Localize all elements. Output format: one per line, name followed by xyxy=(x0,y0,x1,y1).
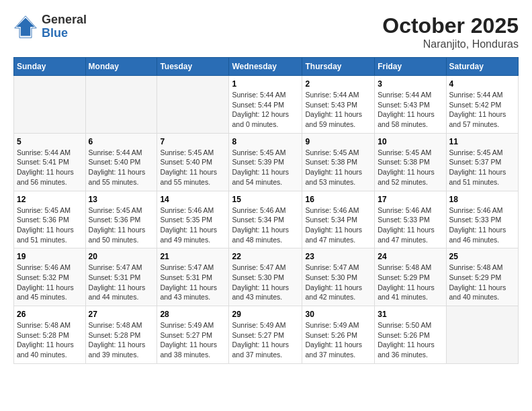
logo-icon xyxy=(13,15,38,39)
calendar-header-row: SundayMondayTuesdayWednesdayThursdayFrid… xyxy=(14,58,519,76)
calendar-cell: 6 Sunrise: 5:44 AMSunset: 5:40 PMDayligh… xyxy=(85,133,157,191)
day-info: Sunrise: 5:45 AMSunset: 5:38 PMDaylight:… xyxy=(305,148,371,187)
day-info: Sunrise: 5:48 AMSunset: 5:28 PMDaylight:… xyxy=(17,320,83,360)
calendar-week-4: 19 Sunrise: 5:46 AMSunset: 5:32 PMDaylig… xyxy=(14,248,519,306)
calendar-cell: 17 Sunrise: 5:46 AMSunset: 5:33 PMDaylig… xyxy=(375,191,446,248)
calendar-cell: 27 Sunrise: 5:48 AMSunset: 5:28 PMDaylig… xyxy=(85,306,157,364)
day-info: Sunrise: 5:49 AMSunset: 5:27 PMDaylight:… xyxy=(160,320,226,360)
calendar-cell: 23 Sunrise: 5:47 AMSunset: 5:30 PMDaylig… xyxy=(302,248,375,306)
header-day-wednesday: Wednesday xyxy=(229,58,302,76)
header-day-sunday: Sunday xyxy=(14,58,86,76)
day-info: Sunrise: 5:50 AMSunset: 5:26 PMDaylight:… xyxy=(378,320,443,360)
day-number: 1 xyxy=(232,79,299,89)
day-info: Sunrise: 5:44 AMSunset: 5:40 PMDaylight:… xyxy=(89,148,154,187)
day-number: 25 xyxy=(449,252,515,261)
calendar-cell: 16 Sunrise: 5:46 AMSunset: 5:34 PMDaylig… xyxy=(302,191,375,248)
day-info: Sunrise: 5:45 AMSunset: 5:38 PMDaylight:… xyxy=(378,148,443,187)
calendar-cell: 19 Sunrise: 5:46 AMSunset: 5:32 PMDaylig… xyxy=(14,248,86,306)
day-number: 5 xyxy=(17,137,83,146)
calendar-week-5: 26 Sunrise: 5:48 AMSunset: 5:28 PMDaylig… xyxy=(14,306,519,364)
title-block: October 2025 Naranjito, Honduras xyxy=(382,13,519,50)
day-number: 10 xyxy=(378,137,443,146)
location: Naranjito, Honduras xyxy=(382,38,519,50)
day-number: 21 xyxy=(160,252,226,261)
day-info: Sunrise: 5:45 AMSunset: 5:37 PMDaylight:… xyxy=(449,148,515,187)
day-number: 23 xyxy=(305,252,371,261)
day-info: Sunrise: 5:47 AMSunset: 5:31 PMDaylight:… xyxy=(160,263,226,302)
day-info: Sunrise: 5:46 AMSunset: 5:34 PMDaylight:… xyxy=(305,205,371,245)
day-number: 19 xyxy=(17,252,83,261)
calendar-cell: 20 Sunrise: 5:47 AMSunset: 5:31 PMDaylig… xyxy=(85,248,157,306)
calendar-cell: 4 Sunrise: 5:44 AMSunset: 5:42 PMDayligh… xyxy=(446,76,518,134)
calendar-cell: 24 Sunrise: 5:48 AMSunset: 5:29 PMDaylig… xyxy=(375,248,446,306)
day-info: Sunrise: 5:45 AMSunset: 5:40 PMDaylight:… xyxy=(160,148,226,187)
day-number: 3 xyxy=(378,79,443,89)
calendar-cell: 2 Sunrise: 5:44 AMSunset: 5:43 PMDayligh… xyxy=(302,76,375,134)
day-number: 26 xyxy=(17,310,83,319)
calendar-cell: 28 Sunrise: 5:49 AMSunset: 5:27 PMDaylig… xyxy=(157,306,229,364)
day-info: Sunrise: 5:49 AMSunset: 5:27 PMDaylight:… xyxy=(232,320,299,360)
day-info: Sunrise: 5:46 AMSunset: 5:35 PMDaylight:… xyxy=(160,205,226,245)
calendar-cell: 11 Sunrise: 5:45 AMSunset: 5:37 PMDaylig… xyxy=(446,133,518,191)
day-number: 14 xyxy=(160,195,226,204)
calendar-cell: 30 Sunrise: 5:49 AMSunset: 5:26 PMDaylig… xyxy=(302,306,375,364)
calendar-cell: 10 Sunrise: 5:45 AMSunset: 5:38 PMDaylig… xyxy=(375,133,446,191)
header-day-monday: Monday xyxy=(85,58,157,76)
calendar-cell xyxy=(446,306,518,364)
calendar-cell: 22 Sunrise: 5:47 AMSunset: 5:30 PMDaylig… xyxy=(229,248,302,306)
page-header: General Blue October 2025 Naranjito, Hon… xyxy=(13,13,519,50)
day-info: Sunrise: 5:47 AMSunset: 5:30 PMDaylight:… xyxy=(305,263,371,302)
day-number: 2 xyxy=(305,79,371,89)
day-info: Sunrise: 5:44 AMSunset: 5:44 PMDaylight:… xyxy=(232,90,299,130)
calendar-cell: 7 Sunrise: 5:45 AMSunset: 5:40 PMDayligh… xyxy=(157,133,229,191)
calendar-cell xyxy=(157,76,229,134)
day-number: 22 xyxy=(232,252,299,261)
calendar-cell: 18 Sunrise: 5:46 AMSunset: 5:33 PMDaylig… xyxy=(446,191,518,248)
calendar-cell xyxy=(14,76,86,134)
day-number: 28 xyxy=(160,310,226,319)
day-number: 7 xyxy=(160,137,226,146)
day-number: 16 xyxy=(305,195,371,204)
calendar-cell: 14 Sunrise: 5:46 AMSunset: 5:35 PMDaylig… xyxy=(157,191,229,248)
calendar-week-2: 5 Sunrise: 5:44 AMSunset: 5:41 PMDayligh… xyxy=(14,133,519,191)
day-info: Sunrise: 5:45 AMSunset: 5:36 PMDaylight:… xyxy=(89,205,154,245)
day-number: 18 xyxy=(449,195,515,204)
day-info: Sunrise: 5:44 AMSunset: 5:43 PMDaylight:… xyxy=(305,90,371,130)
day-number: 31 xyxy=(378,310,443,319)
calendar-cell: 21 Sunrise: 5:47 AMSunset: 5:31 PMDaylig… xyxy=(157,248,229,306)
logo-blue-text: Blue xyxy=(42,26,68,40)
calendar-cell: 31 Sunrise: 5:50 AMSunset: 5:26 PMDaylig… xyxy=(375,306,446,364)
day-number: 17 xyxy=(378,195,443,204)
header-day-tuesday: Tuesday xyxy=(157,58,229,76)
header-day-thursday: Thursday xyxy=(302,58,375,76)
day-info: Sunrise: 5:44 AMSunset: 5:43 PMDaylight:… xyxy=(378,90,443,130)
day-number: 4 xyxy=(449,79,515,89)
calendar-cell: 25 Sunrise: 5:48 AMSunset: 5:29 PMDaylig… xyxy=(446,248,518,306)
day-number: 11 xyxy=(449,137,515,146)
calendar-cell: 8 Sunrise: 5:45 AMSunset: 5:39 PMDayligh… xyxy=(229,133,302,191)
day-info: Sunrise: 5:44 AMSunset: 5:41 PMDaylight:… xyxy=(17,148,83,187)
day-number: 8 xyxy=(232,137,299,146)
day-info: Sunrise: 5:48 AMSunset: 5:28 PMDaylight:… xyxy=(89,320,154,360)
calendar-cell: 13 Sunrise: 5:45 AMSunset: 5:36 PMDaylig… xyxy=(85,191,157,248)
day-info: Sunrise: 5:46 AMSunset: 5:33 PMDaylight:… xyxy=(449,205,515,245)
day-info: Sunrise: 5:48 AMSunset: 5:29 PMDaylight:… xyxy=(378,263,443,302)
day-info: Sunrise: 5:49 AMSunset: 5:26 PMDaylight:… xyxy=(305,320,371,360)
day-number: 6 xyxy=(89,137,154,146)
calendar-week-3: 12 Sunrise: 5:45 AMSunset: 5:36 PMDaylig… xyxy=(14,191,519,248)
calendar-table: SundayMondayTuesdayWednesdayThursdayFrid… xyxy=(13,57,519,364)
calendar-cell: 12 Sunrise: 5:45 AMSunset: 5:36 PMDaylig… xyxy=(14,191,86,248)
day-number: 15 xyxy=(232,195,299,204)
day-number: 30 xyxy=(305,310,371,319)
day-info: Sunrise: 5:46 AMSunset: 5:34 PMDaylight:… xyxy=(232,205,299,245)
day-info: Sunrise: 5:45 AMSunset: 5:39 PMDaylight:… xyxy=(232,148,299,187)
day-number: 29 xyxy=(232,310,299,319)
header-day-saturday: Saturday xyxy=(446,58,518,76)
day-info: Sunrise: 5:47 AMSunset: 5:30 PMDaylight:… xyxy=(232,263,299,302)
day-info: Sunrise: 5:47 AMSunset: 5:31 PMDaylight:… xyxy=(89,263,154,302)
calendar-cell: 26 Sunrise: 5:48 AMSunset: 5:28 PMDaylig… xyxy=(14,306,86,364)
day-info: Sunrise: 5:48 AMSunset: 5:29 PMDaylight:… xyxy=(449,263,515,302)
day-info: Sunrise: 5:46 AMSunset: 5:32 PMDaylight:… xyxy=(17,263,83,302)
day-number: 13 xyxy=(89,195,154,204)
day-number: 9 xyxy=(305,137,371,146)
